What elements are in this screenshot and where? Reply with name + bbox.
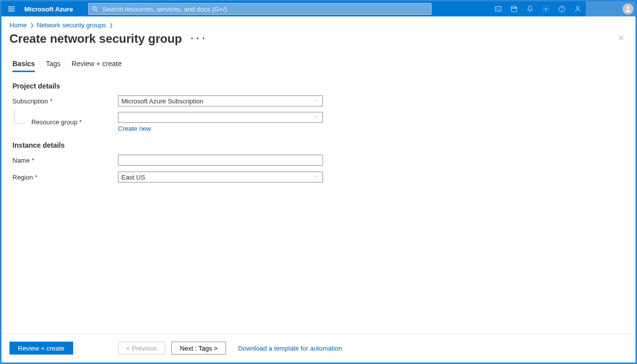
settings-icon[interactable] — [538, 1, 554, 16]
feedback-icon[interactable] — [570, 1, 586, 16]
previous-button: < Previous — [118, 342, 166, 355]
breadcrumb-home[interactable]: Home — [9, 21, 27, 29]
more-actions-icon[interactable]: • • • — [191, 35, 206, 42]
svg-point-6 — [627, 6, 630, 9]
subscription-label: Subscription* i — [12, 97, 118, 105]
resource-group-select[interactable] — [118, 112, 323, 123]
svg-point-2 — [545, 8, 547, 10]
menu-icon[interactable] — [1, 1, 21, 16]
cloud-shell-icon[interactable] — [490, 1, 506, 16]
brand-label[interactable]: Microsoft Azure — [21, 5, 88, 13]
search-input[interactable] — [102, 5, 428, 13]
notifications-icon[interactable] — [522, 1, 538, 16]
create-new-rg-link[interactable]: Create new — [118, 125, 151, 132]
tab-review[interactable]: Review + create — [72, 60, 122, 72]
chevron-right-icon: ❯ — [109, 22, 113, 28]
close-blade-button[interactable] — [618, 34, 625, 43]
svg-point-4 — [562, 10, 562, 11]
tab-tags[interactable]: Tags — [46, 60, 61, 72]
breadcrumb: Home ❯ Network security groups ❯ — [1, 16, 636, 31]
chevron-right-icon: ❯ — [30, 22, 34, 28]
svg-point-5 — [576, 6, 579, 9]
form-body: Project details Subscription* i Microsof… — [1, 72, 636, 333]
resource-group-label: Resource group* i — [12, 118, 118, 126]
help-icon[interactable] — [554, 1, 570, 16]
account-area[interactable] — [586, 1, 636, 16]
top-bar: Microsoft Azure — [1, 1, 636, 16]
page-title: Create network security group — [9, 32, 182, 46]
download-template-link[interactable]: Download a template for automation — [238, 345, 342, 352]
review-create-button[interactable]: Review + create — [9, 342, 73, 355]
svg-rect-1 — [495, 6, 501, 11]
global-search[interactable] — [88, 3, 431, 15]
directories-icon[interactable] — [506, 1, 522, 16]
chevron-down-icon — [314, 114, 319, 121]
svg-point-0 — [93, 6, 96, 10]
top-bar-actions — [490, 1, 586, 16]
breadcrumb-nsg[interactable]: Network security groups — [37, 21, 106, 29]
name-input[interactable] — [121, 156, 319, 165]
region-label: Region* — [12, 174, 118, 181]
region-select[interactable]: East US — [118, 172, 323, 182]
chevron-down-icon — [314, 97, 319, 105]
wizard-footer: Review + create < Previous Next : Tags >… — [1, 333, 636, 363]
name-label: Name* — [12, 157, 118, 164]
section-instance-details: Instance details — [12, 141, 625, 149]
tab-basics[interactable]: Basics — [12, 60, 35, 72]
name-input-wrapper[interactable] — [118, 155, 323, 166]
subscription-value: Microsoft Azure Subscription — [121, 97, 204, 105]
wizard-tabs: Basics Tags Review + create — [1, 55, 636, 72]
subscription-select[interactable]: Microsoft Azure Subscription — [118, 95, 323, 106]
avatar[interactable] — [623, 3, 634, 14]
search-icon — [92, 5, 99, 12]
section-project-details: Project details — [12, 82, 625, 90]
next-button[interactable]: Next : Tags > — [171, 342, 226, 355]
region-value: East US — [121, 174, 145, 181]
chevron-down-icon — [314, 174, 319, 181]
